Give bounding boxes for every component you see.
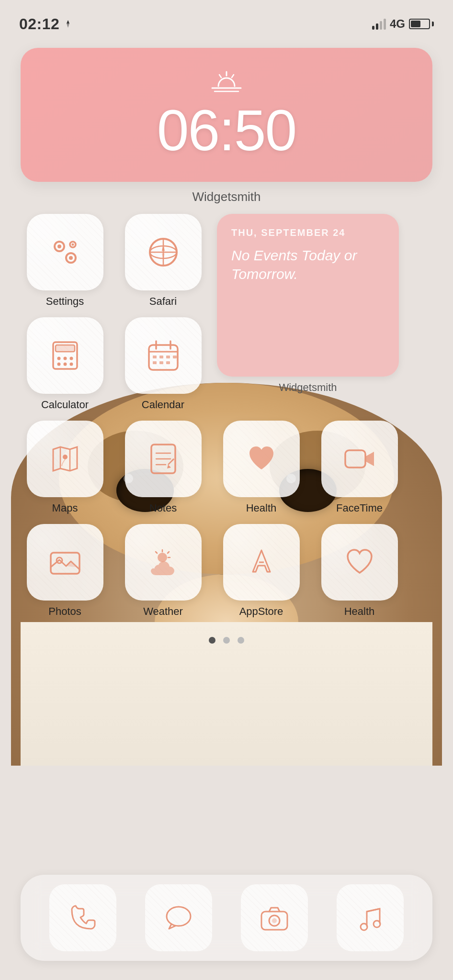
weather-icon-bg bbox=[125, 524, 202, 601]
health2-icon-bg bbox=[321, 524, 398, 601]
svg-marker-48 bbox=[365, 452, 374, 466]
safari-label: Safari bbox=[149, 295, 177, 308]
notes-label: Notes bbox=[149, 502, 177, 514]
app-appstore[interactable]: AppStore bbox=[217, 524, 306, 618]
app-health[interactable]: Health bbox=[217, 421, 306, 514]
svg-marker-16 bbox=[162, 253, 165, 261]
main-content: 06:50 Widgetsmith bbox=[0, 0, 453, 980]
safari-icon-bg bbox=[125, 214, 202, 290]
app-notes[interactable]: Notes bbox=[119, 421, 207, 514]
cal-date: THU, SEPTEMBER 24 bbox=[231, 227, 385, 238]
photos-icon-bg bbox=[27, 524, 103, 601]
app-safari[interactable]: Safari bbox=[119, 214, 207, 308]
svg-line-46 bbox=[172, 459, 174, 461]
status-time: 02:12 bbox=[19, 15, 59, 33]
svg-rect-31 bbox=[159, 356, 163, 358]
appstore-label: AppStore bbox=[239, 605, 283, 618]
apps-left: Settings bbox=[21, 214, 207, 411]
clock-widget[interactable]: 06:50 bbox=[21, 48, 432, 182]
svg-point-6 bbox=[57, 245, 61, 248]
svg-point-25 bbox=[69, 363, 73, 366]
app-health2[interactable]: Health bbox=[315, 524, 404, 618]
svg-line-55 bbox=[156, 552, 157, 553]
settings-label: Settings bbox=[46, 295, 84, 308]
svg-rect-32 bbox=[166, 356, 170, 358]
app-weather[interactable]: Weather bbox=[119, 524, 207, 618]
maps-icon-bg bbox=[27, 421, 103, 497]
calendar-widget[interactable]: THU, SEPTEMBER 24 No Events Today or Tom… bbox=[217, 214, 399, 377]
svg-point-20 bbox=[57, 357, 60, 360]
svg-marker-45 bbox=[167, 465, 171, 468]
svg-point-23 bbox=[57, 363, 60, 366]
app-calendar[interactable]: Calendar bbox=[119, 317, 207, 411]
app-settings[interactable]: Settings bbox=[21, 214, 109, 308]
settings-icon-bg bbox=[27, 214, 103, 290]
svg-point-51 bbox=[158, 553, 167, 562]
clock-time: 06:50 bbox=[157, 101, 296, 159]
app-photos[interactable]: Photos bbox=[21, 524, 109, 618]
app-facetime[interactable]: FaceTime bbox=[315, 421, 404, 514]
widget-area: 06:50 Widgetsmith bbox=[21, 48, 432, 644]
svg-line-53 bbox=[168, 552, 169, 553]
svg-point-10 bbox=[71, 244, 74, 246]
notes-icon-bg bbox=[125, 421, 202, 497]
location-icon bbox=[63, 19, 73, 29]
facetime-label: FaceTime bbox=[336, 502, 383, 514]
svg-rect-47 bbox=[345, 450, 365, 468]
svg-point-22 bbox=[69, 357, 73, 360]
photos-label: Photos bbox=[48, 605, 81, 618]
calculator-icon-bg bbox=[27, 317, 103, 394]
page-dot-1[interactable] bbox=[209, 637, 215, 644]
app-row-4: Photos Weather bbox=[21, 524, 432, 618]
cal-event: No Events Today or Tomorrow. bbox=[231, 246, 385, 283]
svg-line-2 bbox=[232, 75, 234, 78]
clock-widget-label: Widgetsmith bbox=[21, 189, 432, 204]
svg-marker-15 bbox=[162, 244, 165, 251]
appstore-icon-bg bbox=[223, 524, 300, 601]
maps-label: Maps bbox=[52, 502, 78, 514]
facetime-icon-bg bbox=[321, 421, 398, 497]
app-rows-1-2: Settings bbox=[21, 214, 432, 411]
svg-point-21 bbox=[63, 357, 67, 360]
page-dot-2[interactable] bbox=[223, 637, 230, 644]
health2-label: Health bbox=[344, 605, 375, 618]
health-icon-bg bbox=[223, 421, 300, 497]
svg-rect-35 bbox=[159, 361, 163, 364]
svg-line-1 bbox=[219, 75, 221, 78]
sunrise-icon bbox=[210, 71, 243, 97]
app-row-3: Maps Notes bbox=[21, 421, 432, 514]
svg-rect-33 bbox=[173, 356, 177, 358]
calendar-label: Calendar bbox=[142, 399, 184, 411]
calculator-label: Calculator bbox=[41, 399, 89, 411]
svg-rect-36 bbox=[166, 361, 170, 364]
weather-label: Weather bbox=[143, 605, 183, 618]
signal-bars bbox=[372, 18, 386, 30]
svg-rect-30 bbox=[153, 356, 157, 358]
calendar-widget-label: Widgetsmith bbox=[279, 381, 337, 394]
app-calculator[interactable]: Calculator bbox=[21, 317, 109, 411]
svg-point-24 bbox=[63, 363, 67, 366]
svg-point-39 bbox=[63, 455, 68, 459]
page-dot-3[interactable] bbox=[238, 637, 244, 644]
health-label: Health bbox=[246, 502, 277, 514]
status-bar: 02:12 4G bbox=[0, 0, 453, 38]
app-maps[interactable]: Maps bbox=[21, 421, 109, 514]
calendar-icon-bg bbox=[125, 317, 202, 394]
svg-rect-34 bbox=[153, 361, 157, 364]
page-dots bbox=[21, 637, 432, 644]
svg-rect-18 bbox=[56, 345, 74, 352]
network-type: 4G bbox=[390, 17, 405, 31]
svg-point-8 bbox=[69, 256, 73, 260]
battery bbox=[409, 19, 434, 29]
